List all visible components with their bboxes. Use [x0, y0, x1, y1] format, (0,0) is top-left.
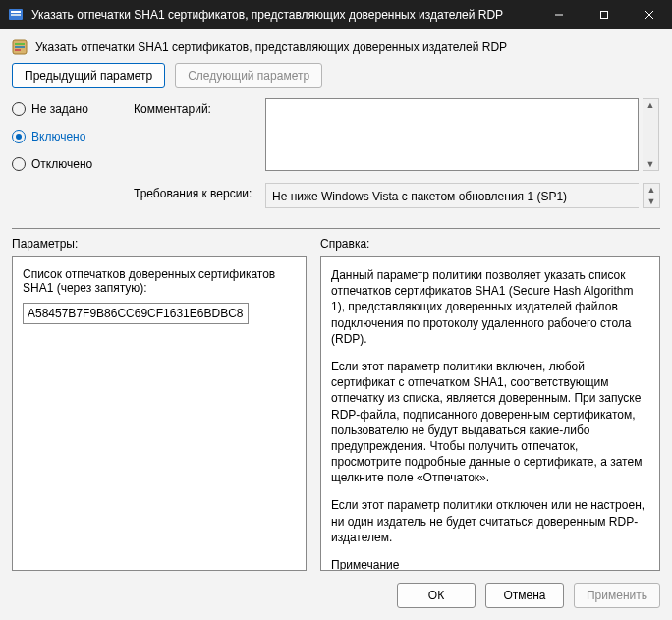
- scroll-up-icon: ▲: [643, 99, 658, 111]
- comment-label: Комментарий:: [134, 98, 261, 116]
- svg-rect-2: [11, 14, 21, 16]
- minimize-button[interactable]: [536, 0, 582, 29]
- comment-scrollbar[interactable]: ▲ ▼: [643, 98, 659, 171]
- section-labels: Параметры: Справка:: [0, 237, 672, 251]
- scroll-up-icon: ▲: [644, 184, 659, 196]
- dialog-buttons: ОК Отмена Применить: [0, 571, 672, 620]
- window-title: Указать отпечатки SHA1 сертификатов, пре…: [31, 8, 536, 22]
- comment-textarea[interactable]: [265, 98, 639, 171]
- requirements-scrollbar[interactable]: ▲ ▼: [643, 183, 660, 208]
- help-paragraph: Если этот параметр политики включен, люб…: [331, 359, 649, 486]
- parameters-heading: Параметры:: [12, 237, 307, 251]
- window-controls: [536, 0, 672, 29]
- svg-rect-1: [11, 11, 21, 13]
- radio-label: Отключено: [31, 157, 92, 171]
- svg-rect-4: [601, 12, 608, 19]
- maximize-button[interactable]: [582, 0, 627, 29]
- next-setting-button[interactable]: Следующий параметр: [175, 63, 322, 88]
- requirements-value: Не ниже Windows Vista с пакетом обновлен…: [265, 183, 639, 208]
- scroll-down-icon: ▼: [643, 158, 658, 170]
- ok-button[interactable]: ОК: [397, 583, 476, 608]
- scroll-down-icon: ▼: [644, 196, 659, 207]
- help-paragraph: Примечание: [331, 557, 649, 571]
- state-radio-group: Не задано Включено Отключено: [12, 98, 130, 171]
- radio-icon: [12, 130, 26, 143]
- thumbprints-input[interactable]: [23, 303, 249, 324]
- close-button[interactable]: [627, 0, 672, 29]
- help-paragraph: Данный параметр политики позволяет указа…: [331, 267, 649, 347]
- title-bar: Указать отпечатки SHA1 сертификатов, пре…: [0, 0, 672, 29]
- help-paragraph: Если этот параметр политики отключен или…: [331, 497, 649, 545]
- requirements-label: Требования к версии:: [134, 183, 261, 208]
- svg-rect-8: [15, 43, 25, 45]
- svg-rect-10: [15, 49, 21, 51]
- parameters-panel: Список отпечатков доверенных сертификато…: [12, 256, 307, 571]
- previous-setting-button[interactable]: Предыдущий параметр: [12, 63, 165, 88]
- divider: [12, 228, 660, 229]
- help-heading: Справка:: [307, 237, 660, 251]
- header-row: Указать отпечатки SHA1 сертификатов, пре…: [0, 29, 672, 63]
- lower-split: Список отпечатков доверенных сертификато…: [0, 251, 672, 571]
- thumbprints-label: Список отпечатков доверенных сертификато…: [23, 267, 296, 295]
- help-panel: Данный параметр политики позволяет указа…: [320, 256, 660, 571]
- radio-icon: [12, 157, 26, 171]
- cancel-button[interactable]: Отмена: [485, 583, 564, 608]
- policy-title: Указать отпечатки SHA1 сертификатов, пре…: [35, 40, 507, 54]
- help-text: Данный параметр политики позволяет указа…: [331, 267, 649, 571]
- apply-button[interactable]: Применить: [574, 583, 660, 608]
- radio-label: Включено: [31, 130, 85, 143]
- radio-icon: [12, 102, 26, 116]
- config-area: Не задано Включено Отключено Комментарий…: [0, 98, 672, 208]
- app-icon: [8, 7, 24, 23]
- radio-enabled[interactable]: Включено: [12, 130, 130, 143]
- radio-not-configured[interactable]: Не задано: [12, 102, 130, 116]
- nav-row: Предыдущий параметр Следующий параметр: [0, 63, 672, 98]
- policy-icon: [12, 39, 28, 55]
- radio-label: Не задано: [31, 102, 88, 116]
- svg-rect-9: [15, 46, 25, 48]
- radio-disabled[interactable]: Отключено: [12, 157, 130, 171]
